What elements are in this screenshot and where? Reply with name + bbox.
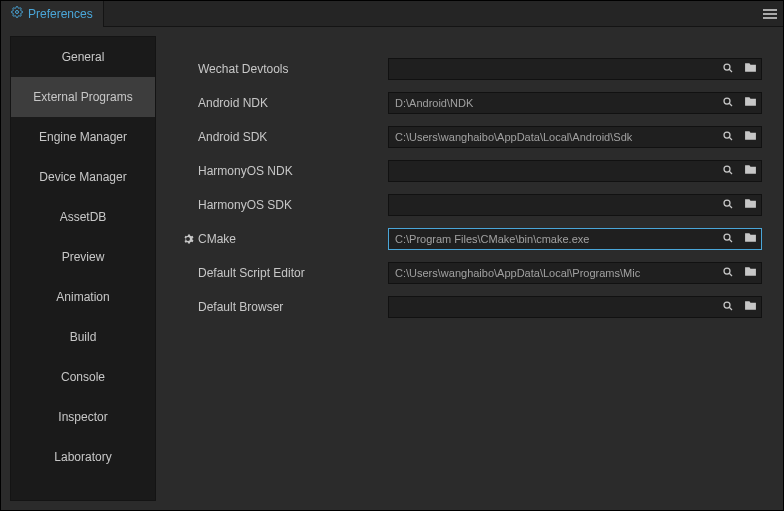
search-icon: [722, 164, 734, 179]
sidebar: GeneralExternal ProgramsEngine ManagerDe…: [10, 36, 156, 501]
setting-row-android-sdk: Android SDK: [180, 126, 762, 148]
path-input[interactable]: [389, 63, 717, 75]
sidebar-item-label: AssetDB: [60, 210, 107, 224]
setting-row-android-ndk: Android NDK: [180, 92, 762, 114]
folder-icon: [744, 61, 757, 77]
svg-line-8: [729, 171, 732, 174]
svg-line-14: [729, 273, 732, 276]
setting-label: Android SDK: [198, 130, 388, 144]
browse-button[interactable]: [739, 93, 761, 113]
setting-label: Wechat Devtools: [198, 62, 388, 76]
browse-button[interactable]: [739, 127, 761, 147]
sidebar-item-laboratory[interactable]: Laboratory: [11, 437, 155, 477]
icon-buttons: [717, 58, 762, 80]
sidebar-item-console[interactable]: Console: [11, 357, 155, 397]
browse-button[interactable]: [739, 229, 761, 249]
path-input[interactable]: [389, 301, 717, 313]
sidebar-item-general[interactable]: General: [11, 37, 155, 77]
browse-button[interactable]: [739, 161, 761, 181]
field-wrap: [388, 160, 762, 182]
sidebar-item-external-programs[interactable]: External Programs: [11, 77, 155, 117]
path-field: [388, 160, 717, 182]
icon-buttons: [717, 160, 762, 182]
icon-buttons: [717, 126, 762, 148]
browse-button[interactable]: [739, 195, 761, 215]
browse-button[interactable]: [739, 263, 761, 283]
svg-point-5: [724, 132, 730, 138]
path-input[interactable]: [389, 199, 717, 211]
search-icon: [722, 198, 734, 213]
svg-line-4: [729, 103, 732, 106]
icon-buttons: [717, 296, 762, 318]
folder-icon: [744, 299, 757, 315]
path-field: [388, 126, 717, 148]
path-input[interactable]: [389, 165, 717, 177]
sidebar-item-device-manager[interactable]: Device Manager: [11, 157, 155, 197]
setting-label: Default Browser: [198, 300, 388, 314]
search-icon: [722, 130, 734, 145]
path-field: [388, 194, 717, 216]
path-input[interactable]: [389, 233, 717, 245]
setting-row-default-browser: Default Browser: [180, 296, 762, 318]
setting-label: CMake: [198, 232, 388, 246]
folder-icon: [744, 95, 757, 111]
svg-point-15: [724, 302, 730, 308]
setting-row-harmonyos-ndk: HarmonyOS NDK: [180, 160, 762, 182]
path-input[interactable]: [389, 267, 717, 279]
sidebar-item-label: Console: [61, 370, 105, 384]
setting-label: Default Script Editor: [198, 266, 388, 280]
search-button[interactable]: [717, 93, 739, 113]
sidebar-item-engine-manager[interactable]: Engine Manager: [11, 117, 155, 157]
sidebar-item-preview[interactable]: Preview: [11, 237, 155, 277]
gear-icon[interactable]: [180, 233, 198, 245]
search-button[interactable]: [717, 127, 739, 147]
svg-line-16: [729, 307, 732, 310]
setting-row-harmonyos-sdk: HarmonyOS SDK: [180, 194, 762, 216]
sidebar-item-assetdb[interactable]: AssetDB: [11, 197, 155, 237]
sidebar-item-build[interactable]: Build: [11, 317, 155, 357]
titlebar: Preferences: [1, 1, 783, 27]
search-icon: [722, 266, 734, 281]
icon-buttons: [717, 262, 762, 284]
field-wrap: [388, 126, 762, 148]
sidebar-item-animation[interactable]: Animation: [11, 277, 155, 317]
browse-button[interactable]: [739, 59, 761, 79]
setting-row-cmake: CMake: [180, 228, 762, 250]
svg-point-13: [724, 268, 730, 274]
folder-icon: [744, 231, 757, 247]
field-wrap: [388, 58, 762, 80]
browse-button[interactable]: [739, 297, 761, 317]
svg-point-11: [724, 234, 730, 240]
folder-icon: [744, 163, 757, 179]
folder-icon: [744, 129, 757, 145]
search-button[interactable]: [717, 263, 739, 283]
path-field: [388, 262, 717, 284]
search-button[interactable]: [717, 229, 739, 249]
menu-button[interactable]: [757, 1, 783, 27]
svg-line-2: [729, 69, 732, 72]
path-field: [388, 228, 717, 250]
search-button[interactable]: [717, 195, 739, 215]
svg-line-10: [729, 205, 732, 208]
field-wrap: [388, 194, 762, 216]
search-button[interactable]: [717, 59, 739, 79]
field-wrap: [388, 296, 762, 318]
sidebar-item-inspector[interactable]: Inspector: [11, 397, 155, 437]
search-icon: [722, 300, 734, 315]
path-input[interactable]: [389, 131, 717, 143]
svg-point-0: [16, 11, 19, 14]
search-button[interactable]: [717, 161, 739, 181]
svg-line-12: [729, 239, 732, 242]
path-input[interactable]: [389, 97, 717, 109]
folder-icon: [744, 265, 757, 281]
settings-icon: [11, 6, 23, 21]
search-button[interactable]: [717, 297, 739, 317]
sidebar-item-label: Laboratory: [54, 450, 111, 464]
search-icon: [722, 62, 734, 77]
icon-buttons: [717, 92, 762, 114]
path-field: [388, 92, 717, 114]
tab-preferences[interactable]: Preferences: [1, 1, 104, 27]
settings-panel: Wechat DevtoolsAndroid NDKAndroid SDKHar…: [168, 36, 774, 501]
sidebar-item-label: Preview: [62, 250, 105, 264]
svg-point-1: [724, 64, 730, 70]
